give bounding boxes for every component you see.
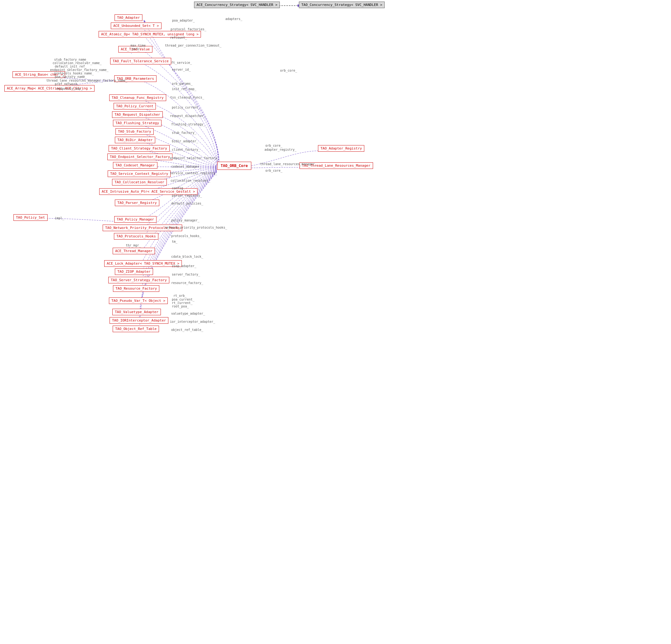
node-tao-valuetype-adapter: TAO_Valuetype_Adapter: [112, 309, 161, 315]
label-collocation-resolver: collocation_resolver_: [170, 179, 210, 182]
label-zero: zero: [131, 47, 139, 51]
label-orb-core-top: orb_core_: [280, 69, 297, 72]
label-server-id: server_id_: [172, 68, 191, 71]
diagram-container: TAO_ORB_Core ACE_Concurrency_Strategy< S…: [0, 0, 671, 644]
node-tao-flushing-strategy: TAO_Flushing_Strategy: [113, 120, 162, 126]
node-tao-policy-manager: TAO_Policy_Manager: [114, 216, 156, 223]
label-ior-interceptor-adapter: ior_interceptor_adapter_: [170, 320, 215, 323]
node-tao-endpoint-selector-factory: TAO_Endpoint_Selector_Factory: [107, 154, 173, 160]
label-poa-factory-name: poa_factory_name_: [55, 75, 87, 78]
node-tao-concurrency-strategy: TAO_Concurrency_Strategy< SVC_HANDLER >: [299, 2, 385, 8]
label-max-time: max_time: [130, 44, 145, 47]
node-tao-cleanup-func-registry: TAO_Cleanup_Func_Registry: [109, 94, 166, 101]
label-object-ref-table: object_ref_table_: [171, 328, 203, 332]
node-ace-lock-adapter: ACE_Lock_Adapter< TAO_SYNCH_MUTEX >: [104, 260, 182, 267]
label-orb-core-1: orb_core_: [265, 144, 282, 147]
node-tao-ziop-adapter: TAO_ZIOP_Adapter: [115, 268, 153, 275]
label-endpoints-map: endpoints_map_: [56, 87, 83, 90]
label-protocols-hooks: protocols_hooks_: [171, 234, 201, 238]
node-ace-unbounded-set: ACE_Unbounded_Set< T >: [111, 23, 162, 29]
label-init-ref-map: init_ref_map_: [172, 87, 196, 91]
label-ft-service: ft_service_: [171, 61, 192, 64]
node-tao-codeset-manager: TAO_Codeset_Manager: [113, 162, 157, 169]
node-tao-stub-factory: TAO_Stub_Factory: [115, 128, 154, 135]
label-flushing-strategy: flushing_strategy_: [171, 123, 205, 126]
label-default-policies: default_policies_: [171, 202, 203, 205]
label-valuetype-adapter: valuetype_adapter_: [171, 312, 205, 315]
label-stub-factory: stub_factory_: [172, 131, 196, 134]
label-endpoint-selector-factory-name: endpoint_selector_factory_name_: [50, 68, 109, 72]
label-thread-per-connection: thread_per_connection_timeout_: [165, 44, 221, 47]
node-tao-server-strategy-factory: TAO_Server_Strategy_Factory: [108, 277, 169, 283]
node-tao-ior-interceptor-adapter: TAO_IORInterceptor_Adapter: [110, 317, 168, 324]
node-tao-adapter-registry: TAO_Adapter_Registry: [318, 145, 364, 152]
label-pref-network: pref_network_: [55, 82, 79, 86]
label-config: config_: [172, 186, 185, 190]
label-policy-manager: policy_manager_: [171, 219, 199, 222]
label-endpoint-selector-factory: endpoint_selector_factory_: [170, 156, 219, 160]
edges-svg: [0, 0, 671, 644]
node-ace-concurrency-strategy: ACE_Concurrency_Strategy< SVC_HANDLER >: [194, 2, 280, 8]
label-tss-cleanup-funcs: tss_cleanup_funcs_: [170, 96, 204, 99]
label-rt-current: rt_current_: [172, 301, 192, 305]
label-protocols-hooks-name: protocols_hooks_name_: [54, 72, 93, 75]
label-request-dispatcher: request_dispatcher_: [170, 114, 206, 118]
label-default-init-ref: default_init_ref_: [55, 65, 87, 68]
node-tao-client-strategy-factory: TAO_Client_Strategy_Factory: [109, 145, 169, 152]
label-refcount: refcount_: [170, 36, 187, 39]
node-tao-request-dispatcher: TAO_Request_Dispatcher: [112, 111, 163, 118]
label-service-context-registry: service_context_registry_: [170, 171, 217, 175]
node-tao-service-context-registry: TAO_Service_Context_Registry: [107, 170, 170, 177]
label-tm: tm_: [172, 240, 177, 243]
label-resource-factory: resource_factory_: [171, 281, 203, 285]
label-orb-params: orb_params_: [172, 82, 192, 86]
node-tao-policy-set: TAO_Policy_Set: [13, 214, 48, 221]
label-parser-registry: parser_registry_: [172, 194, 202, 197]
node-tao-fault-tolerance: TAO_Fault_Tolerance_Service: [110, 58, 171, 64]
node-tao-bidir-adapter: TAO_BiDir_Adapter: [115, 137, 155, 143]
node-tao-adapter: TAO_Adapter: [115, 14, 142, 21]
label-rt-orb: rt_orb_: [173, 294, 187, 297]
label-protocol-factories: protocol_factories_: [170, 27, 206, 31]
label-thread-lane-resources-manager-factory-name: thread_lane_resources_manager_factory_na…: [46, 79, 127, 82]
label-server-factory: server_factory_: [172, 273, 200, 276]
node-tao-pseudo-var-t: TAO_Pseudo_Var_T< Object >: [109, 297, 168, 304]
label-ziop-adapter: ziop_adapter_: [172, 264, 196, 268]
label-thread-lane-resources-manager: thread_lane_resources_manager_: [260, 162, 317, 166]
label-bidir-adapter: bidir_adapter_: [172, 140, 198, 143]
node-tao-policy-current: TAO_Policy_Current: [114, 103, 156, 110]
label-poa-current: poa_current_: [172, 298, 194, 301]
node-tao-orb-core: TAO_ORB_Core: [217, 162, 251, 170]
label-thr-mgr: thr_mgr_: [126, 244, 141, 247]
label-poa-adapter: poa_adapter_: [172, 19, 195, 22]
label-adapter-registry: adapter_registry_: [264, 148, 296, 151]
node-tao-protocols-hooks: TAO_Protocols_Hooks: [114, 233, 159, 240]
label-impl: impl_: [55, 217, 64, 220]
label-policy-current: policy_current_: [172, 106, 200, 109]
label-stub-factory-name: stub_factory_name_: [54, 58, 88, 61]
label-adapters: adapters_: [225, 17, 242, 21]
node-tao-object-ref-table: TAO_Object_Ref_Table: [113, 326, 159, 332]
node-tao-resource-factory: TAO_Resource_Factory: [113, 285, 159, 292]
node-ace-thread-manager: ACE_Thread_Manager: [113, 248, 155, 254]
label-root-poa: root_poa_: [172, 305, 189, 308]
label-cdata-block-lock: cdata_block_lock_: [171, 255, 203, 258]
node-tao-collocation-resolver: TAO_Collocation_Resolver: [112, 179, 167, 185]
label-client-factory: client_factory_: [172, 148, 200, 151]
node-tao-parser-registry: TAO_Parser_Registry: [115, 199, 159, 206]
label-network-priority-protocols-hooks: network_priority_protocols_hooks_: [165, 226, 227, 229]
label-codeset-manager: codeset_manager_: [171, 165, 201, 168]
label-collocation-resolver-name: collocation_resolver_name_: [53, 61, 102, 65]
label-orb-core-2: orb_core_: [265, 169, 282, 172]
